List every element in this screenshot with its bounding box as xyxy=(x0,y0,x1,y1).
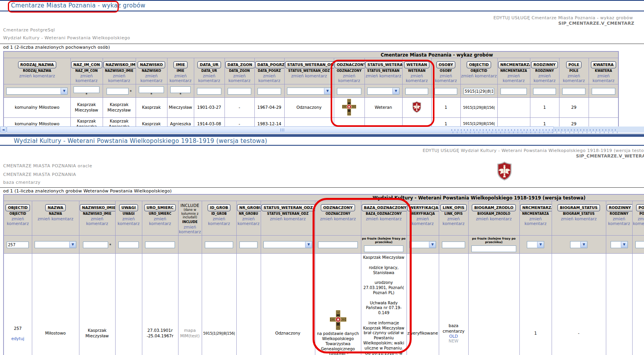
column-sort-button-nazwisko[interactable]: NAZWISKO xyxy=(138,61,165,68)
change-comment-link[interactable]: zmień komentarz xyxy=(71,73,102,83)
column-sort-button-status_weteran_odz[interactable]: STATUS_WETERAN_ODZ xyxy=(261,204,315,211)
change-comment-link[interactable]: zmień komentarz xyxy=(362,216,406,221)
column-sort-button-pole[interactable]: POLE xyxy=(566,61,582,68)
change-comment-link[interactable]: zmień komentarz xyxy=(316,216,361,221)
column-sort-button-osoby[interactable]: OSOBY xyxy=(436,61,456,68)
column-sort-button-weryfikacja[interactable]: WERYFIKACJA xyxy=(407,204,439,211)
change-comment-link[interactable]: zmień komentarz xyxy=(498,73,530,83)
filter-select-status_weteran_odz[interactable]: ▼ xyxy=(263,241,312,248)
filter-select-weryfikacja[interactable]: ▼ xyxy=(409,241,436,248)
change-comment-link[interactable]: zmień komentarz xyxy=(195,73,224,83)
change-comment-link[interactable]: zmień komentarz xyxy=(143,216,178,226)
column-sort-button-nazwa[interactable]: NAZWA xyxy=(45,204,66,211)
filter-input-id_grob[interactable] xyxy=(205,242,233,248)
filter-input-link_opis[interactable] xyxy=(442,242,465,248)
section1-title[interactable]: Cmentarze Miasta Poznania - wykaz grobów xyxy=(11,2,145,9)
filter-input-data_ur[interactable] xyxy=(197,88,221,95)
column-sort-button-kwatera[interactable]: KWATERA xyxy=(591,61,616,68)
change-comment-link[interactable]: zmień komentarz xyxy=(285,73,333,78)
filter-input-odznaczony[interactable] xyxy=(337,88,361,95)
change-comment-link[interactable]: zmień komentarz xyxy=(179,225,201,234)
column-sort-button-naz_im_con[interactable]: NAZ_IM_CON xyxy=(71,61,103,68)
change-comment-link[interactable]: zmień komentarz xyxy=(520,216,551,226)
change-comment-link[interactable]: zmień komentarz xyxy=(365,73,402,78)
change-comment-link[interactable]: zmień komentarz xyxy=(531,73,559,83)
change-comment-link[interactable]: zmień komentarz xyxy=(633,216,644,226)
filter-select-status_weteran[interactable]: ▼ xyxy=(367,88,399,95)
column-sort-button-pole[interactable]: POLE xyxy=(636,204,644,211)
change-comment-link[interactable]: zmień komentarz xyxy=(4,216,31,226)
change-comment-link[interactable]: zmień komentarz xyxy=(202,216,236,226)
change-comment-link[interactable]: zmień komentarz xyxy=(237,216,260,226)
scroll-left-button[interactable]: ◄ xyxy=(0,126,6,133)
column-sort-button-data_zgon[interactable]: DATA_ZGON xyxy=(225,61,255,68)
change-comment-link[interactable]: zmień komentarz xyxy=(225,73,254,83)
column-sort-button-uro_smierc[interactable]: URO_SMIERC xyxy=(144,204,176,211)
filter-select-nrcmentarza[interactable]: ▼ xyxy=(527,241,544,248)
filter-input-kwatera[interactable] xyxy=(592,88,615,95)
filter-input-uwagi[interactable] xyxy=(118,242,139,248)
change-comment-link[interactable]: zmień komentarz xyxy=(116,216,142,226)
section2-title[interactable]: Wydział Kultury - Weterani Powstania Wie… xyxy=(14,137,267,145)
column-sort-button-nazwisko_imie[interactable]: NAZWISKO_IMIE xyxy=(103,61,136,68)
change-comment-link[interactable]: zmień komentarz xyxy=(552,216,605,221)
change-comment-link[interactable]: zmień komentarz xyxy=(560,73,588,83)
column-sort-button-nrcmentarza[interactable]: NRCMENTARZA xyxy=(498,61,530,68)
filter-input-odznaczony[interactable] xyxy=(318,242,358,248)
change-comment-link[interactable]: zmień komentarz xyxy=(407,216,438,226)
filter-input-baza_odznaczony[interactable] xyxy=(364,245,403,252)
column-sort-button-link_opis[interactable]: LINK_OPIS xyxy=(440,204,467,211)
change-comment-link[interactable]: zmień komentarz xyxy=(335,73,364,83)
filter-input-nr_grobu[interactable] xyxy=(239,242,258,248)
change-comment-link[interactable]: zmień komentarz xyxy=(103,73,135,83)
column-sort-button-status_weteran[interactable]: STATUS_WETERAN xyxy=(365,61,403,68)
change-comment-link[interactable]: zmień komentarz xyxy=(33,216,79,221)
column-sort-button-biogram_status[interactable]: BIOGRAM_STATUS xyxy=(558,204,600,211)
filter-input-data_pogrz[interactable] xyxy=(258,88,281,95)
filter-input-nrcmentarza[interactable] xyxy=(500,88,527,95)
column-sort-button-rodzaj_nazwa[interactable]: RODZAJ_NAZWA xyxy=(18,61,56,68)
filter-select-pole[interactable]: ▼ xyxy=(635,241,644,248)
section1-edit-service-link[interactable]: EDYTUJ USŁUGĘ Cmentarze Miasta Poznania … xyxy=(493,15,633,20)
edit-record-link[interactable]: edytuj xyxy=(11,336,24,341)
column-sort-button-biogram_zrodlo[interactable]: BIOGRAM_ZRODLO xyxy=(472,204,515,211)
change-comment-link[interactable]: zmień komentarz xyxy=(261,216,315,221)
filter-input-nazwisko_imie[interactable] xyxy=(107,88,129,95)
column-sort-button-weteran[interactable]: WETERAN xyxy=(404,61,430,68)
column-sort-button-nr_grobu[interactable]: NR_GROBU xyxy=(237,204,261,211)
change-comment-link[interactable]: zmień komentarz xyxy=(432,73,460,83)
filter-input-osoby[interactable] xyxy=(434,88,457,95)
change-comment-link[interactable]: zmień komentarz xyxy=(403,73,431,83)
filter-input-weteran[interactable] xyxy=(405,88,428,95)
column-sort-button-imie[interactable]: IMIE xyxy=(173,61,187,68)
column-sort-button-baza_odznaczony[interactable]: BAZA_ODZNACZONY xyxy=(362,204,407,211)
filter-select-rodzinny[interactable]: ▼ xyxy=(611,241,628,248)
column-sort-button-odznaczony[interactable]: ODZNACZONY xyxy=(335,61,365,68)
column-sort-button-rodzinny[interactable]: RODZINNY xyxy=(607,204,633,211)
change-comment-link[interactable]: zmień komentarz xyxy=(4,73,70,78)
change-comment-link[interactable]: zmień komentarz xyxy=(440,216,468,226)
change-comment-link[interactable]: zmień komentarz xyxy=(80,216,115,226)
filter-input-nazwisko_imie[interactable] xyxy=(83,242,108,248)
filter-input-objectid[interactable] xyxy=(7,242,29,248)
column-sort-button-rodzinny[interactable]: RODZINNY xyxy=(531,61,558,68)
change-comment-link[interactable]: zmień komentarz xyxy=(469,216,519,221)
column-sort-button-objectid[interactable]: OBJECTID xyxy=(6,204,30,211)
column-sort-button-status_weteran_odz[interactable]: STATUS_WETERAN_ODZ xyxy=(285,61,334,68)
filter-input-objectid[interactable] xyxy=(464,88,494,95)
column-sort-button-uwagi[interactable]: UWAGI xyxy=(119,204,138,211)
change-comment-link[interactable]: zmień komentarz xyxy=(589,73,618,83)
filter-input-biogram_zrodlo[interactable] xyxy=(471,245,516,252)
column-sort-button-data_pogrz[interactable]: DATA_POGRZ xyxy=(255,61,285,68)
change-comment-link[interactable]: zmień komentarz xyxy=(168,73,193,83)
filter-select-nazwa[interactable]: ▼ xyxy=(35,241,76,248)
column-sort-button-nazwisko_imie[interactable]: NAZWISKO_IMIE xyxy=(80,204,116,211)
column-sort-button-data_ur[interactable]: DATA_UR xyxy=(197,61,221,68)
change-comment-link[interactable]: zmień komentarz xyxy=(607,216,632,226)
change-comment-link[interactable]: zmień komentarz xyxy=(136,73,167,83)
column-sort-button-nrcmentarza[interactable]: NRCMENTARZA xyxy=(520,204,552,211)
filter-select-status_weteran_odz[interactable]: ▼ xyxy=(287,88,331,95)
filter-select-rodzaj_nazwa[interactable]: ▼ xyxy=(6,88,68,95)
filter-input-data_zgon[interactable] xyxy=(228,88,251,95)
link-new[interactable]: NEW xyxy=(440,339,468,343)
